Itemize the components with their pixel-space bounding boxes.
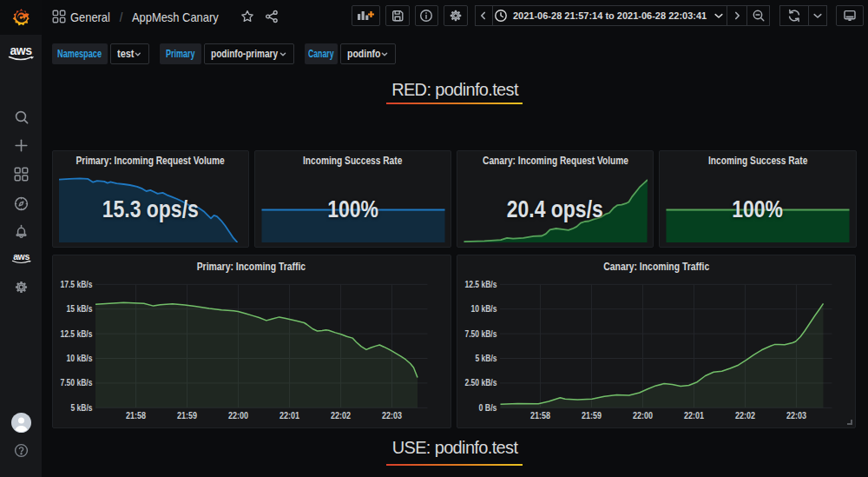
svg-text:7.50 kB/s: 7.50 kB/s — [464, 328, 496, 338]
svg-text:15 kB/s: 15 kB/s — [66, 303, 92, 314]
svg-text:22:02: 22:02 — [331, 410, 351, 421]
svg-text:21:58: 21:58 — [126, 410, 146, 421]
svg-text:21:59: 21:59 — [582, 410, 602, 421]
svg-text:5 kB/s: 5 kB/s — [475, 353, 496, 363]
svg-text:12.5 kB/s: 12.5 kB/s — [60, 328, 92, 338]
svg-text:22:03: 22:03 — [382, 410, 402, 421]
svg-text:22:01: 22:01 — [684, 410, 704, 421]
svg-text:22:01: 22:01 — [279, 410, 299, 421]
svg-text:aws: aws — [13, 251, 30, 262]
svg-text:aws: aws — [10, 43, 33, 57]
svg-text:5 kB/s: 5 kB/s — [70, 401, 92, 412]
svg-text:22:00: 22:00 — [228, 410, 248, 421]
svg-text:21:58: 21:58 — [530, 410, 550, 421]
svg-text:10 kB/s: 10 kB/s — [66, 353, 92, 363]
svg-text:22:03: 22:03 — [786, 410, 806, 421]
svg-text:22:02: 22:02 — [735, 410, 755, 421]
svg-text:12.5 kB/s: 12.5 kB/s — [464, 278, 496, 288]
svg-text:2.50 kB/s: 2.50 kB/s — [464, 377, 496, 388]
svg-text:10 kB/s: 10 kB/s — [470, 303, 496, 314]
svg-text:0 B/s: 0 B/s — [478, 401, 496, 412]
svg-text:22:00: 22:00 — [633, 410, 653, 421]
svg-text:21:59: 21:59 — [177, 410, 197, 421]
svg-text:7.50 kB/s: 7.50 kB/s — [60, 377, 92, 388]
svg-text:17.5 kB/s: 17.5 kB/s — [60, 278, 92, 288]
